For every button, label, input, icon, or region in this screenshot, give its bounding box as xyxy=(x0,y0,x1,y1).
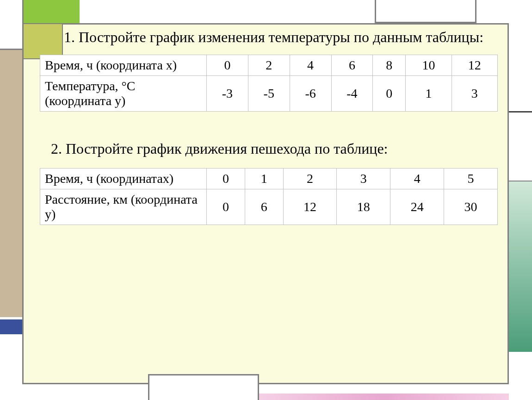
task2-row2-label: Расстояние, км (координата у) xyxy=(40,189,207,225)
deco-green-top xyxy=(22,0,80,23)
deco-beige-left xyxy=(0,49,22,317)
task2-x-3: 3 xyxy=(337,169,390,189)
slide-content: 1. Постройте график изменения температур… xyxy=(43,28,501,225)
task2-x-0: 0 xyxy=(207,169,245,189)
task1-y-2: -6 xyxy=(290,76,331,112)
task1-y-3: -4 xyxy=(331,76,373,112)
task1-y-4: 0 xyxy=(373,76,406,112)
task1-x-2: 4 xyxy=(290,55,331,76)
task1-x-5: 10 xyxy=(406,55,452,76)
task1-text: 1. Постройте график изменения температур… xyxy=(43,28,501,46)
task1-x-3: 6 xyxy=(331,55,373,76)
task1-y-6: 3 xyxy=(452,76,497,112)
task2-y-3: 18 xyxy=(337,189,390,225)
task2-x-5: 5 xyxy=(444,169,498,189)
task2-text: 2. Постройте график движения пешехода по… xyxy=(43,139,501,158)
task2-y-4: 24 xyxy=(390,189,444,225)
task2-y-2: 12 xyxy=(283,189,337,225)
task1-x-4: 8 xyxy=(373,55,406,76)
table-row: Время, ч (координата х) 0 2 4 6 8 10 12 xyxy=(40,55,498,76)
task2-table-wrap: Время, ч (координатах) 0 1 2 3 4 5 Расст… xyxy=(40,168,498,225)
task2-table: Время, ч (координатах) 0 1 2 3 4 5 Расст… xyxy=(40,168,498,225)
task1-table-wrap: Время, ч (координата х) 0 2 4 6 8 10 12 … xyxy=(40,55,498,112)
deco-right-line xyxy=(509,111,532,112)
task1-x-0: 0 xyxy=(207,55,248,76)
task1-y-0: -3 xyxy=(207,76,248,112)
task1-row1-label: Время, ч (координата х) xyxy=(40,55,207,76)
task1-row2-label: Температура, °С (координата у) xyxy=(40,76,207,112)
task2-y-0: 0 xyxy=(207,189,245,225)
deco-top-box xyxy=(375,0,476,23)
task2-x-2: 2 xyxy=(283,169,337,189)
task1-table: Время, ч (координата х) 0 2 4 6 8 10 12 … xyxy=(40,55,498,112)
table-row: Время, ч (координатах) 0 1 2 3 4 5 xyxy=(40,169,498,189)
task2-y-1: 6 xyxy=(245,189,283,225)
task2-row1-label: Время, ч (координатах) xyxy=(40,169,207,189)
task2-x-4: 4 xyxy=(390,169,444,189)
task2-x-1: 1 xyxy=(245,169,283,189)
task1-y-1: -5 xyxy=(248,76,290,112)
task2-y-5: 30 xyxy=(444,189,498,225)
task1-x-6: 12 xyxy=(452,55,497,76)
deco-right-green xyxy=(509,181,532,352)
deco-bottom-box xyxy=(148,374,259,400)
deco-blue-left xyxy=(0,319,22,334)
table-row: Температура, °С (координата у) -3 -5 -6 … xyxy=(40,76,498,112)
task1-y-5: 1 xyxy=(406,76,452,112)
deco-bottom-pink xyxy=(259,394,509,400)
table-row: Расстояние, км (координата у) 0 6 12 18 … xyxy=(40,189,498,225)
task1-x-1: 2 xyxy=(248,55,290,76)
